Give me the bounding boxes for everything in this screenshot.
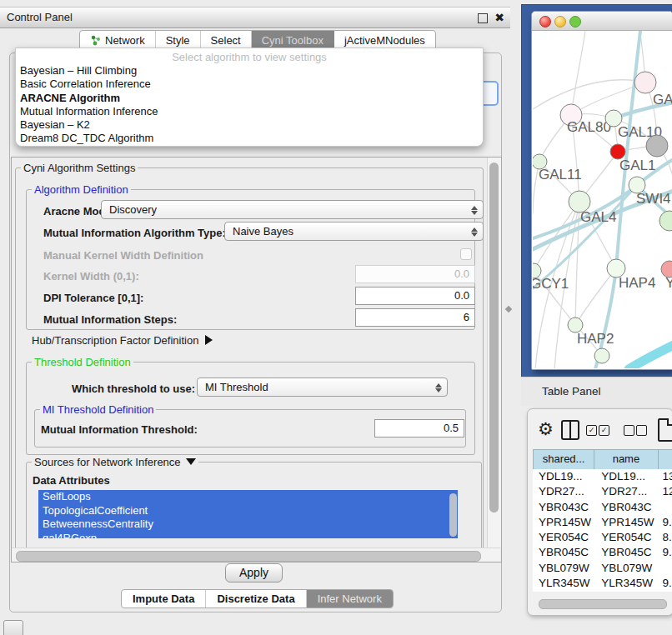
node-label: GAL4 (580, 209, 616, 225)
vertical-scrollbar-thumb[interactable] (489, 162, 499, 512)
table-row[interactable]: YBL079WYBL079W (533, 561, 672, 576)
table-row[interactable]: YIL052CYIL052C9 (533, 591, 672, 592)
attribute-item[interactable]: SelfLoops (38, 490, 458, 504)
table-horizontal-scrollbar[interactable] (539, 599, 667, 609)
expanded-arrow-icon (186, 458, 196, 465)
cyni-algorithm-settings-title: Cyni Algorithm Settings (21, 162, 138, 174)
network-window-titlebar[interactable] (532, 12, 672, 31)
column-header[interactable]: shared... (534, 450, 594, 469)
manual-kernel-width-checkbox[interactable] (460, 248, 472, 260)
attributes-list-scrollbar[interactable] (449, 493, 457, 537)
network-node[interactable] (594, 348, 609, 363)
mi-algorithm-type-select[interactable]: Naive Bayes (224, 222, 484, 241)
minimized-panel-button[interactable] (3, 620, 23, 635)
close-icon[interactable]: ✖ (494, 8, 504, 28)
table-cell: YDL19... (533, 469, 594, 484)
hub-definition-label: Hub/Transcription Factor Definition (32, 334, 198, 347)
aracne-mode-select[interactable]: Discovery (101, 200, 484, 219)
network-view-window[interactable]: GALGAL80GAL10GAL1GAL11SWI4GAL4GCY1HAP4YH… (531, 11, 672, 370)
network-edge[interactable] (575, 268, 616, 325)
control-panel-title: Control Panel (7, 8, 73, 28)
which-threshold-select[interactable]: MI Threshold (197, 378, 448, 397)
kernel-width-field[interactable]: 0.0 (355, 265, 475, 283)
algorithm-option[interactable]: Bayesian – Hill Climbing (16, 64, 483, 78)
unchecked-checkbox-icon[interactable] (624, 425, 634, 436)
minimize-traffic-light-icon[interactable] (554, 16, 566, 28)
network-node[interactable] (646, 135, 668, 157)
table-row[interactable]: YPR145WYPR145W9. (533, 515, 672, 530)
table-row[interactable]: YBR045CYBR045C9. (533, 545, 672, 560)
sources-title-label: Sources for Network Inference (34, 456, 181, 468)
algorithm-option[interactable]: Mutual Information Inference (16, 105, 483, 118)
gear-icon[interactable]: ⚙ (538, 418, 554, 441)
node-label: SWI4 (636, 191, 671, 207)
splitter-handle[interactable] (505, 306, 512, 312)
checked-checkbox-icon[interactable]: ✓ (586, 425, 597, 436)
tab-discretize-data[interactable]: Discretize Data (206, 590, 306, 608)
which-threshold-value: MI Threshold (205, 381, 268, 393)
settings-vertical-scrollbar[interactable] (487, 158, 501, 548)
network-edge[interactable] (629, 345, 672, 368)
algorithm-dropdown-popup: Select algorithm to view settings Bayesi… (15, 48, 484, 147)
table-panel-title: Table Panel (542, 378, 601, 406)
control-panel-titlebar: Control Panel ✖ (0, 7, 510, 28)
table-row[interactable]: YER054CYER054C8. (533, 530, 672, 545)
table-row[interactable]: YBR043CYBR043C (533, 500, 672, 515)
node-label: GAL1 (619, 158, 655, 173)
mi-steps-field[interactable]: 6 (355, 308, 475, 327)
network-node-gal[interactable] (634, 72, 656, 93)
network-node[interactable] (659, 211, 672, 231)
which-threshold-label: Which threshold to use: (72, 382, 195, 395)
table-header: shared...name (533, 449, 672, 470)
spinner-arrows-icon (469, 226, 479, 238)
table-row[interactable]: YLR345WYLR345W9. (533, 576, 672, 591)
algorithm-option[interactable]: Bayesian – K2 (16, 118, 483, 132)
table-cell: YIL052C (533, 591, 594, 592)
table-cell: YBR043C (594, 500, 659, 515)
network-canvas[interactable]: GALGAL80GAL10GAL1GAL11SWI4GAL4GCY1HAP4YH… (533, 31, 672, 368)
network-edge[interactable] (571, 31, 585, 115)
column-header[interactable]: name (594, 450, 658, 469)
data-attributes-list[interactable]: SelfLoopsTopologicalCoefficientBetweenne… (38, 490, 458, 538)
columns-icon[interactable] (561, 420, 579, 440)
threshold-definition-title: Threshold Definition (32, 356, 133, 368)
table-body: YDL19...YDL19...13YDR27...YDR27...12YBR0… (533, 469, 672, 592)
attribute-item[interactable]: gal4RGexp (38, 532, 458, 539)
node-label: GCY1 (533, 276, 569, 292)
document-icon[interactable] (658, 418, 672, 442)
node-label: GAL (653, 92, 672, 108)
attribute-item[interactable]: TopologicalCoefficient (38, 504, 458, 518)
settings-horizontal-scrollbar[interactable] (12, 548, 500, 562)
spinner-arrows-icon (469, 204, 479, 216)
dpi-tolerance-field[interactable]: 0.0 (355, 287, 475, 305)
horizontal-scrollbar-thumb[interactable] (16, 551, 481, 562)
table-row[interactable]: YDL19...YDL19...13 (533, 469, 672, 484)
table-cell: YLR345W (533, 576, 594, 591)
mi-threshold-field[interactable]: 0.5 (374, 419, 464, 438)
algorithm-option[interactable]: Dream8 DC_TDC Algorithm (16, 132, 483, 145)
checked-checkbox-icon[interactable]: ✓ (599, 425, 609, 436)
apply-button[interactable]: Apply (225, 563, 283, 582)
column-header[interactable] (659, 450, 672, 469)
table-cell: YLR345W (594, 576, 659, 591)
algorithm-option[interactable]: Basic Correlation Inference (16, 78, 483, 91)
unchecked-checkbox-icon[interactable] (636, 425, 647, 436)
mi-algorithm-type-label: Mutual Information Algorithm Type: (43, 227, 226, 239)
hub-definition-toggle[interactable]: Hub/Transcription Factor Definition (32, 334, 213, 347)
float-window-icon[interactable] (478, 13, 488, 23)
zoom-traffic-light-icon[interactable] (569, 16, 581, 28)
tab-infer-network[interactable]: Infer Network (307, 590, 393, 608)
sources-title[interactable]: Sources for Network Inference (32, 456, 198, 468)
table-cell: 12 (659, 484, 672, 499)
attribute-item[interactable]: BetweennessCentrality (38, 518, 458, 532)
close-traffic-light-icon[interactable] (539, 16, 551, 28)
tab-impute-data[interactable]: Impute Data (122, 590, 206, 608)
mi-steps-label: Mutual Information Steps: (43, 313, 177, 326)
algorithm-option[interactable]: ARACNE Algorithm (16, 92, 483, 105)
table-row[interactable]: YDR27...YDR27...12 (533, 484, 672, 499)
table-cell: 9. (659, 545, 672, 560)
node-label: GAL11 (539, 167, 582, 182)
table-cell: YPR145W (533, 515, 594, 530)
aracne-mode-value: Discovery (109, 203, 157, 216)
node-label: GAL80 (567, 119, 611, 135)
